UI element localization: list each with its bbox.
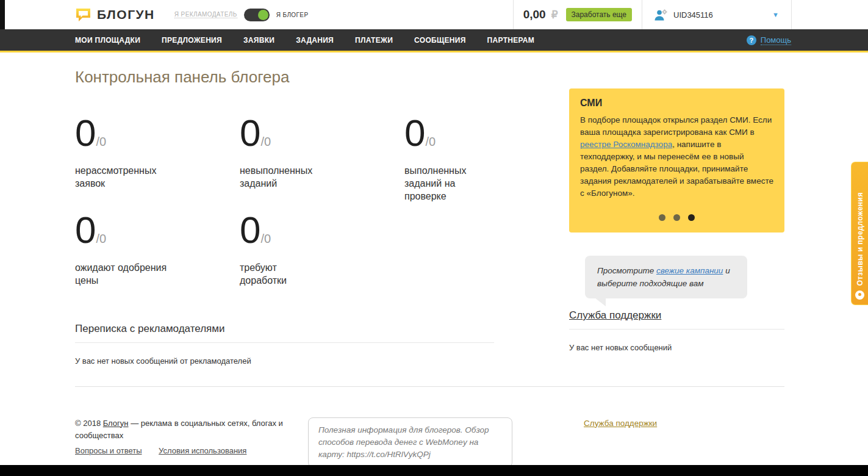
feedback-bulb-icon xyxy=(855,290,864,300)
logo[interactable]: БЛОГУН xyxy=(75,7,155,23)
stat-total: /0 xyxy=(425,135,436,148)
terms-link[interactable]: Условия использования xyxy=(159,446,246,455)
stat-value: 0 xyxy=(75,209,96,251)
logo-text: БЛОГУН xyxy=(97,7,155,22)
carousel-dot[interactable] xyxy=(673,214,680,221)
stat-label: требуют доработки xyxy=(240,261,301,287)
footer-links: Вопросы и ответы Условия использования xyxy=(75,445,308,457)
right-column: СМИ В подборе площадок открылся раздел С… xyxy=(569,52,784,366)
stat-awaiting-price-approval: 0/0 ожидают одобрения цены xyxy=(75,211,240,287)
help-label: Помощь xyxy=(761,35,791,45)
feedback-tab-label: Отзывы и предложения xyxy=(856,192,864,286)
support-divider xyxy=(569,329,784,330)
smi-box-title: СМИ xyxy=(580,98,773,109)
support-messages-section: Служба поддержки У вас нет новых сообщен… xyxy=(569,309,784,352)
user-gear-icon xyxy=(655,9,668,21)
balance-section: 0,00 ₽ Заработать еще xyxy=(513,0,642,29)
stat-value: 0 xyxy=(240,209,260,251)
feedback-tab[interactable]: Отзывы и предложения xyxy=(851,162,868,305)
stat-label: выполненных заданий на проверке xyxy=(404,164,478,203)
top-bar-spacer xyxy=(791,0,868,29)
chevron-down-icon: ▼ xyxy=(772,11,779,18)
faq-link[interactable]: Вопросы и ответы xyxy=(75,446,142,455)
earn-more-button[interactable]: Заработать еще xyxy=(566,8,633,21)
nav-items: МОИ ПЛОЩАДКИ ПРЕДЛОЖЕНИЯ ЗАЯВКИ ЗАДАНИЯ … xyxy=(75,36,534,45)
stat-total: /0 xyxy=(260,135,271,148)
top-bar: БЛОГУН Я РЕКЛАМОДАТЕЛЬ Я БЛОГЕР 0,00 ₽ З… xyxy=(0,0,868,29)
stat-unfinished-tasks: 0/0 невыполненных заданий xyxy=(240,114,404,203)
fresh-campaigns-link[interactable]: свежие кампании xyxy=(656,266,723,275)
nav-item-offers[interactable]: ПРЕДЛОЖЕНИЯ xyxy=(162,36,222,45)
question-mark-icon: ? xyxy=(747,35,756,45)
bottom-black-bar xyxy=(0,465,868,476)
nav-item-my-platforms[interactable]: МОИ ПЛОЩАДКИ xyxy=(75,36,140,45)
ruble-currency-icon: ₽ xyxy=(551,9,558,21)
user-menu[interactable]: UID345116 ▼ xyxy=(642,0,791,29)
stat-unreviewed-applications: 0/0 нерассмотренных заявок xyxy=(75,114,240,203)
left-edge-sliver xyxy=(0,0,5,29)
stat-value: 0 xyxy=(75,112,96,154)
blogger-role-label: Я БЛОГЕР xyxy=(276,12,309,18)
role-switch: Я РЕКЛАМОДАТЕЛЬ Я БЛОГЕР xyxy=(174,9,309,21)
main-content: Контрольная панель блогера 0/0 нерассмот… xyxy=(0,52,868,476)
role-toggle-knob xyxy=(258,10,268,20)
nav-item-partners[interactable]: ПАРТНЕРАМ xyxy=(487,36,534,45)
stat-needs-rework: 0/0 требуют доработки xyxy=(240,211,404,287)
left-column: Контрольная панель блогера 0/0 нерассмот… xyxy=(75,52,569,366)
footer-support: Служба поддержки xyxy=(584,417,657,428)
stat-total: /0 xyxy=(96,135,106,148)
tweet-bubble: Полезная информация для блогеров. Обзор … xyxy=(308,417,512,467)
stat-total: /0 xyxy=(96,232,106,245)
top-bar-right: 0,00 ₽ Заработать еще UID345116 ▼ xyxy=(513,0,868,29)
support-section-link[interactable]: Служба поддержки xyxy=(569,309,661,321)
logo-speech-bubble-icon xyxy=(75,7,91,23)
nav-item-tasks[interactable]: ЗАДАНИЯ xyxy=(296,36,334,45)
advertiser-messages-empty-text: У вас нет новых сообщений от рекламодате… xyxy=(75,356,494,366)
balance-amount: 0,00 xyxy=(523,8,546,21)
stats-grid: 0/0 нерассмотренных заявок 0/0 невыполне… xyxy=(75,114,569,287)
roskomnadzor-registry-link[interactable]: реестре Роскомнадзора xyxy=(580,140,672,149)
main-nav: МОИ ПЛОЩАДКИ ПРЕДЛОЖЕНИЯ ЗАЯВКИ ЗАДАНИЯ … xyxy=(0,29,868,52)
advertiser-role-link[interactable]: Я РЕКЛАМОДАТЕЛЬ xyxy=(174,11,237,18)
footer-support-link[interactable]: Служба поддержки xyxy=(584,419,657,428)
smi-box-text: В подборе площадок открылся раздел СМИ. … xyxy=(580,114,773,200)
carousel-dot[interactable] xyxy=(659,214,665,221)
carousel-dot-active[interactable] xyxy=(688,214,695,221)
copyright-year: © 2018 xyxy=(75,419,103,428)
nav-item-messages[interactable]: СООБЩЕНИЯ xyxy=(414,36,466,45)
stat-label: ожидают одобрения цены xyxy=(75,261,173,287)
stat-value: 0 xyxy=(404,112,425,154)
nav-item-payments[interactable]: ПЛАТЕЖИ xyxy=(355,36,393,45)
smi-promo-box: СМИ В подборе площадок открылся раздел С… xyxy=(569,88,784,233)
help-link[interactable]: ? Помощь xyxy=(747,35,791,45)
advertiser-messages-title: Переписка с рекламодателями xyxy=(75,323,494,343)
brand-link[interactable]: Блогун xyxy=(103,419,129,428)
stat-label: невыполненных заданий xyxy=(240,164,322,190)
support-empty-text: У вас нет новых сообщений xyxy=(569,343,784,352)
nav-item-applications[interactable]: ЗАЯВКИ xyxy=(243,36,274,45)
bubble-text-before: Просмотрите xyxy=(597,266,656,275)
advertiser-messages-section: Переписка с рекламодателями У вас нет но… xyxy=(75,323,494,366)
smi-text-before: В подборе площадок открылся раздел СМИ. … xyxy=(580,115,772,137)
stat-total: /0 xyxy=(260,232,271,245)
role-toggle[interactable] xyxy=(244,9,270,21)
stat-label: нерассмотренных заявок xyxy=(75,164,167,190)
footer-copyright: © 2018 Блогун — реклама в социальных сет… xyxy=(75,417,308,457)
fresh-campaigns-bubble: Просмотрите свежие кампании и выберите п… xyxy=(585,256,747,298)
page-title: Контрольная панель блогера xyxy=(75,68,569,86)
carousel-dots xyxy=(580,214,773,221)
footer-divider xyxy=(75,386,784,387)
user-id: UID345116 xyxy=(673,10,713,20)
stat-value: 0 xyxy=(240,112,260,154)
stat-tasks-under-review: 0/0 выполненных заданий на проверке xyxy=(404,114,569,203)
